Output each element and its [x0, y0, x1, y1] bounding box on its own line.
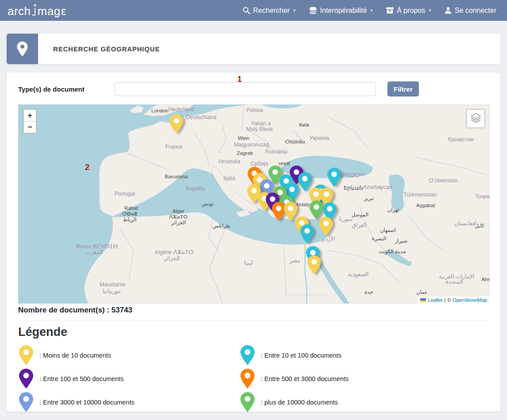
brand-text-post: mag: [38, 4, 61, 18]
legend-item-teal: : Entre 10 et 100 documents: [240, 345, 461, 366]
legend-pin-blue-icon: [18, 392, 34, 413]
brand-text-epsilon: ε: [61, 4, 66, 18]
legend-pin-orange-icon: [240, 368, 255, 389]
main-card: Type(s) de document Filtrer: [6, 72, 501, 412]
legend-item-blue: : Entre 3000 et 10000 documents: [18, 392, 240, 412]
filter-button[interactable]: Filtrer: [387, 81, 419, 96]
document-type-input[interactable]: [115, 82, 376, 96]
nav-item-label: Se connecter: [455, 7, 496, 15]
zoom-in-button[interactable]: +: [24, 110, 36, 121]
document-type-label: Type(s) de document: [18, 85, 115, 93]
legend-item-orange: : Entre 500 et 3000 documents: [240, 369, 461, 389]
attribution-separator: |: [444, 297, 445, 303]
legend-label: : Entre 500 et 3000 documents: [261, 375, 348, 382]
legend-label: : Entre 10 et 100 documents: [261, 352, 341, 359]
archive-icon: [386, 7, 394, 14]
legend-pin-green-icon: [240, 392, 255, 413]
nav-item-label: Interopérabilité: [320, 7, 367, 15]
brand-text-pre: arch: [8, 4, 31, 18]
filter-row: Type(s) de document Filtrer: [18, 81, 489, 96]
nav-item-rechercher[interactable]: Rechercher▾: [243, 7, 296, 15]
nav-item-label: Rechercher: [253, 7, 290, 15]
map-attribution: Leaflet | © OpenStreetMap: [418, 297, 490, 304]
database-icon: [309, 7, 317, 15]
legend-pin-yellow-icon: [18, 345, 34, 366]
legend-label: : plus de 10000 documents: [261, 399, 338, 406]
map-marker-yellow[interactable]: [318, 216, 334, 237]
divider: [18, 320, 489, 321]
map-marker-yellow[interactable]: [306, 255, 322, 275]
page-header-card: RECHERCHE GÉOGRAPHIQUE: [6, 33, 501, 65]
nav-item-label: À propos: [397, 7, 425, 15]
brand-stylized-i-icon: [32, 4, 37, 19]
document-count: Nombre de document(s) : 53743: [18, 306, 489, 315]
user-icon: [445, 7, 452, 14]
legend-item-yellow: : Moins de 10 documents: [18, 345, 240, 366]
legend-label: : Entre 3000 et 10000 documents: [39, 399, 134, 406]
nav-menu: Rechercher▾Interopérabilité▾À propos▾Se …: [243, 7, 496, 15]
ukraine-flag-icon: [420, 298, 426, 302]
legend: : Moins de 10 documents: Entre 10 et 100…: [18, 345, 461, 412]
zoom-out-button[interactable]: −: [24, 121, 36, 133]
map-marker-yellow[interactable]: [169, 114, 184, 134]
layers-button[interactable]: [466, 109, 485, 128]
copyright-symbol: ©: [447, 297, 451, 303]
chevron-down-icon: ▾: [293, 8, 296, 13]
nav-item-interop-rabilit-[interactable]: Interopérabilité▾: [309, 7, 373, 15]
search-icon: [243, 7, 250, 14]
map-basemap: [18, 104, 490, 304]
legend-pin-teal-icon: [240, 345, 255, 366]
layers-icon: [470, 112, 482, 126]
map-canvas[interactable]: LondonNederlandDeutschlandPolskaYakari a…: [18, 104, 490, 304]
map-marker-teal[interactable]: [326, 167, 342, 188]
location-pin-icon: [7, 33, 38, 65]
legend-label: : Entre 100 et 500 documents: [39, 375, 124, 382]
brand-logo[interactable]: arch mag ε: [8, 3, 66, 18]
chevron-down-icon: ▾: [371, 8, 373, 13]
navbar: arch mag ε Rechercher▾Interopérabilité▾À…: [0, 0, 507, 21]
legend-label: : Moins de 10 documents: [39, 352, 111, 359]
page-title: RECHERCHE GÉOGRAPHIQUE: [53, 45, 160, 53]
legend-title: Légende: [18, 325, 489, 339]
nav-item--propos[interactable]: À propos▾: [386, 7, 431, 15]
nav-item-se-connecter[interactable]: Se connecter: [445, 7, 496, 15]
legend-item-purple: : Entre 100 et 500 documents: [18, 369, 240, 389]
openstreetmap-link[interactable]: OpenStreetMap: [453, 297, 487, 303]
map-marker-teal[interactable]: [299, 224, 315, 244]
leaflet-link[interactable]: Leaflet: [428, 297, 442, 303]
map-zoom-control: + −: [23, 109, 37, 134]
legend-item-green: : plus de 10000 documents: [240, 392, 461, 412]
chevron-down-icon: ▾: [429, 8, 431, 13]
legend-pin-purple-icon: [18, 368, 34, 389]
